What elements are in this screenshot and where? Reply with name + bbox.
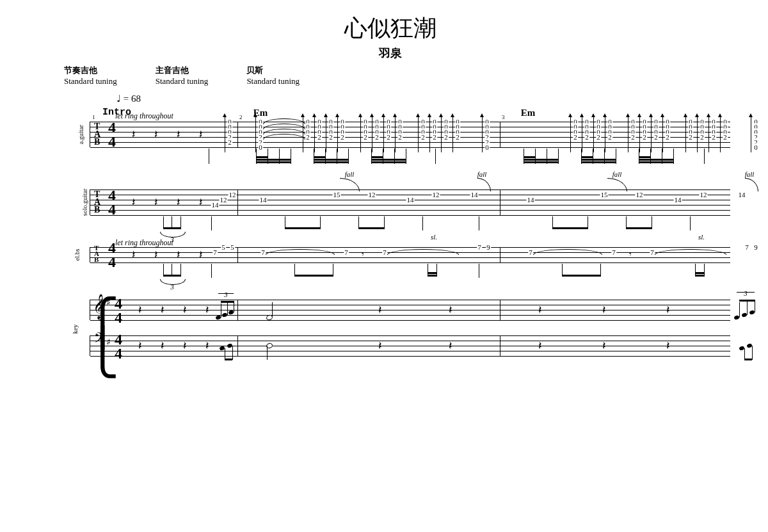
slide-label: sl. bbox=[431, 233, 437, 241]
staff-label: el.bs bbox=[74, 249, 81, 261]
fret-number: 2 bbox=[397, 134, 403, 141]
strum-up-icon bbox=[452, 117, 453, 152]
fall-curve bbox=[745, 178, 758, 191]
fret-number: 5 bbox=[230, 244, 235, 251]
section-label: Intro bbox=[102, 107, 742, 118]
staff-label: a.guitar bbox=[77, 125, 84, 144]
tuplet-3: 3 bbox=[224, 291, 228, 298]
instr-rhythm: 节奏吉他 Standard tuning bbox=[64, 65, 117, 86]
strum-up-icon bbox=[441, 117, 442, 152]
instr-label-cn: 主音吉他 bbox=[156, 65, 209, 76]
fret-number: 7 bbox=[382, 249, 387, 256]
strum-up-icon bbox=[751, 117, 751, 152]
instr-label-en: Standard tuning bbox=[156, 76, 209, 86]
fall-curve bbox=[340, 178, 360, 191]
instr-lead: 主音吉他 Standard tuning bbox=[156, 65, 209, 86]
instr-label-cn: 节奏吉他 bbox=[64, 65, 117, 76]
fret-number: 2 bbox=[584, 134, 589, 141]
tab-clef: TAB bbox=[94, 123, 100, 146]
instr-label-en: Standard tuning bbox=[64, 76, 117, 86]
fret-number: 7 bbox=[611, 249, 616, 256]
fret-number: 2 bbox=[305, 134, 310, 141]
fret-number: 12 bbox=[636, 191, 644, 198]
fret-number: 2 bbox=[444, 134, 449, 141]
fret-number: 2 bbox=[596, 134, 601, 141]
track-rhythm-guitar: let ring throughout 1 Em Em a.guitar TAB… bbox=[38, 122, 742, 147]
slide-label: sl. bbox=[698, 233, 705, 241]
strum-up-icon bbox=[697, 117, 698, 152]
instr-bass: 贝斯 Standard tuning bbox=[246, 65, 300, 86]
tuplet-3: 3 bbox=[170, 283, 174, 291]
instr-label-cn: 贝斯 bbox=[246, 65, 300, 76]
strum-up-icon bbox=[418, 117, 419, 152]
fret-number: 14 bbox=[259, 197, 268, 204]
tab-staff: a.guitar TAB 44 2 3 𝄽 𝄽 𝄽 𝄽 0 0 bbox=[90, 122, 730, 147]
tab-clef: TAB bbox=[94, 191, 100, 214]
strum-up-icon bbox=[639, 117, 640, 152]
strum-up-icon bbox=[225, 117, 225, 152]
time-signature: 44 bbox=[108, 188, 116, 216]
staff-label: key bbox=[72, 325, 79, 334]
strum-up-icon bbox=[720, 117, 721, 152]
instrument-tunings: 节奏吉他 Standard tuning 主音吉他 Standard tunin… bbox=[64, 65, 742, 86]
strum-up-icon bbox=[482, 117, 483, 152]
bar-number: 1 bbox=[92, 114, 95, 120]
quarter-note-icon: ♩ bbox=[116, 93, 121, 104]
strum-up-icon bbox=[383, 117, 384, 152]
fall-label: fall bbox=[745, 170, 755, 178]
strum-up-icon bbox=[429, 117, 430, 152]
strum-up-icon bbox=[314, 117, 315, 152]
strum-up-icon bbox=[628, 117, 628, 152]
strum-up-icon bbox=[582, 117, 582, 152]
fret-number: 0 bbox=[753, 144, 758, 151]
tuplet-bracket bbox=[218, 293, 234, 294]
fret-number: 2 bbox=[328, 134, 333, 141]
beam-area: 3 bbox=[38, 216, 742, 234]
fret-number: 2 bbox=[665, 134, 670, 141]
fret-number: 2 bbox=[642, 134, 647, 141]
treble-clef-icon: 𝄞 bbox=[93, 296, 106, 318]
fret-number: 2 bbox=[607, 134, 612, 141]
chord-em: Em bbox=[521, 108, 536, 118]
strum-up-icon bbox=[337, 117, 338, 152]
song-title: 心似狂潮 bbox=[38, 13, 742, 44]
fret-number: 7 bbox=[744, 244, 749, 251]
tuplet-3: 3 bbox=[744, 289, 748, 297]
fret-number: 2 bbox=[455, 134, 460, 141]
fret-number: 14 bbox=[527, 197, 535, 204]
fret-number: 2 bbox=[374, 134, 380, 141]
fret-number: 12 bbox=[220, 197, 228, 204]
fret-number: 15 bbox=[600, 191, 609, 198]
tie-arc bbox=[387, 249, 459, 255]
tab-clef: TAB bbox=[94, 245, 99, 262]
fret-number: 2 bbox=[420, 134, 426, 141]
fret-number: 2 bbox=[653, 134, 659, 141]
artist-name: 羽泉 bbox=[38, 45, 742, 61]
fret-number: 9 bbox=[753, 244, 758, 251]
strum-up-icon bbox=[593, 117, 594, 152]
fret-number: 7 bbox=[344, 249, 349, 256]
fret-number: 7 bbox=[212, 249, 218, 256]
fret-number: 2 bbox=[386, 134, 391, 141]
tie-arc bbox=[266, 249, 335, 255]
strum-up-icon bbox=[651, 117, 652, 152]
tab-staff: solo.guitar TAB 44 𝄽 𝄽 𝄽 𝄽 14 12 12 14 1 bbox=[90, 189, 730, 215]
tie-arc bbox=[533, 249, 602, 255]
fret-number: 2 bbox=[700, 134, 705, 141]
track-solo-guitar: solo.guitar TAB 44 𝄽 𝄽 𝄽 𝄽 14 12 12 14 1 bbox=[38, 189, 742, 215]
strum-up-icon bbox=[360, 117, 361, 152]
fret-number: 2 bbox=[227, 139, 232, 146]
fret-number: 7 bbox=[528, 249, 533, 256]
fret-number: 2 bbox=[573, 134, 578, 141]
title-block: 心似狂潮 羽泉 bbox=[38, 13, 742, 61]
bass-clef-icon: 𝄢 bbox=[94, 332, 105, 348]
score-page: 心似狂潮 羽泉 节奏吉他 Standard tuning 主音吉他 Standa… bbox=[0, 0, 768, 532]
strum-up-icon bbox=[326, 117, 326, 152]
bar-number: 3 bbox=[502, 114, 505, 120]
strum-up-icon bbox=[303, 117, 303, 152]
fret-number: 12 bbox=[432, 191, 440, 198]
fret-number: 5 bbox=[221, 244, 226, 251]
fret-number: 7 bbox=[260, 249, 266, 256]
fall-label: fall bbox=[477, 170, 487, 178]
sharp-icon: ♯ bbox=[106, 297, 111, 308]
